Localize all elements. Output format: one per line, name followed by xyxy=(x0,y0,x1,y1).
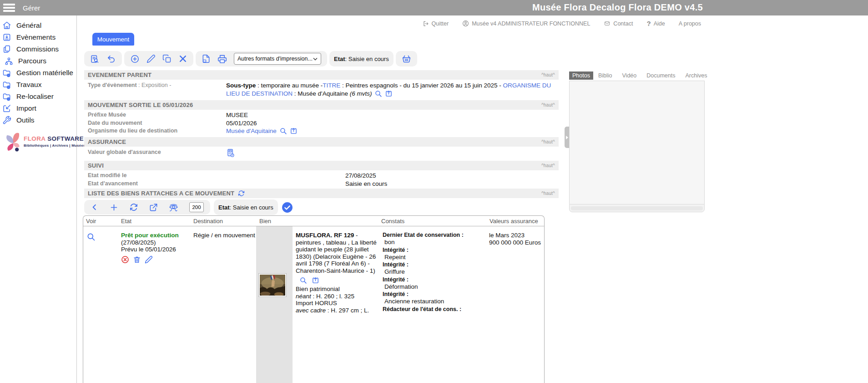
check-circle-icon[interactable] xyxy=(282,202,293,213)
field-row-valeur-assurance: Valeur globale d'assurance xyxy=(84,148,559,158)
evenement-type-row: Type d'évènement : Exposition - Sous-typ… xyxy=(84,82,559,97)
undo-icon[interactable] xyxy=(106,54,116,64)
aide-link[interactable]: ? Aide xyxy=(646,20,665,27)
contact-link[interactable]: Contact xyxy=(604,20,633,27)
constats-cell: Dernier Etat de conservation : bon Intég… xyxy=(378,226,488,383)
flora-butterfly-icon xyxy=(3,129,23,153)
print-format-select[interactable]: Autres formats d'impression... xyxy=(234,53,321,65)
home-icon xyxy=(2,21,11,30)
tab-biblio[interactable]: Biblio xyxy=(593,71,617,80)
bien-image-column xyxy=(256,226,293,383)
hamburger-icon[interactable] xyxy=(3,2,15,13)
search-icon[interactable] xyxy=(374,90,382,97)
haut-link[interactable]: ^haut^ xyxy=(541,139,555,144)
panel-hscrollbar[interactable] xyxy=(569,204,705,212)
refresh-icon[interactable] xyxy=(238,190,245,197)
main-content: Mouvement Autres formats d'impression...… xyxy=(84,15,559,383)
basket-icon[interactable] xyxy=(402,54,411,64)
search-icon[interactable] xyxy=(299,276,307,284)
status-date: (27/08/2025) xyxy=(121,239,191,246)
destination-cell: Régie / en mouvement xyxy=(191,226,256,383)
sidebar-item-commissions[interactable]: Commissions xyxy=(0,43,76,55)
edit-icon[interactable] xyxy=(146,54,156,63)
section-assurance: ASSURANCE ^haut^ xyxy=(84,137,559,147)
tab-video[interactable]: Vidéo xyxy=(617,71,642,80)
import-icon xyxy=(2,104,11,113)
open-record-icon[interactable] xyxy=(385,90,393,97)
titre-link[interactable]: TITRE xyxy=(323,82,340,89)
apropos-link[interactable]: A propos xyxy=(679,20,701,27)
wrench-icon xyxy=(2,116,11,125)
brand-name: FLORA SOFTWARE xyxy=(24,135,86,142)
question-icon: ? xyxy=(646,20,651,27)
external-link-icon[interactable] xyxy=(149,203,158,212)
chevron-left-icon[interactable] xyxy=(91,203,99,211)
sidebar-item-general[interactable]: Général xyxy=(0,20,76,31)
media-tabs: Photos Biblio Vidéo Documents Archives xyxy=(569,71,705,80)
print-format-value: Autres formats d'impression... xyxy=(237,56,313,62)
media-panel: Photos Biblio Vidéo Documents Archives xyxy=(569,71,705,212)
flora-software-logo: FLORA SOFTWARE Bibliothèques | Archives … xyxy=(3,129,76,153)
open-record-icon[interactable] xyxy=(290,127,298,135)
view-search-icon[interactable] xyxy=(86,232,119,241)
open-record-icon[interactable] xyxy=(312,276,319,284)
section-evenement-parent: EVENEMENT PARENT ^haut^ xyxy=(84,70,559,80)
media-panel-body xyxy=(569,81,705,204)
list-toolbar: Etat : Saisie en cours xyxy=(84,200,559,214)
field-row-etat-avancement: Etat d'avancement Saisie en cours xyxy=(84,180,559,188)
export-page-icon[interactable] xyxy=(202,54,211,63)
mail-icon xyxy=(604,20,611,26)
eye-horus-icon[interactable] xyxy=(169,203,178,212)
delete-x-icon[interactable] xyxy=(178,54,187,63)
sidebar-item-parcours[interactable]: Parcours xyxy=(0,55,76,67)
add-icon[interactable] xyxy=(130,54,140,64)
chevron-down-icon xyxy=(313,57,318,61)
bien-cell: MUSFLORA. RF 129 - peintures , tableau ,… xyxy=(256,226,378,383)
musee-aquitaine-link[interactable]: Musée d'Aquitaine xyxy=(226,128,277,134)
pencil-icon[interactable] xyxy=(145,255,153,264)
recycle-icon[interactable] xyxy=(129,203,138,212)
sidebar-item-relocaliser[interactable]: Re-localiser xyxy=(0,91,76,102)
app-title: Musée Flora Decalog Flora DEMO v4.5 xyxy=(532,2,703,13)
trash-icon[interactable] xyxy=(133,255,141,264)
folder-globe-icon xyxy=(2,92,11,101)
bien-dim1: néant : H. 260 ; l. 325 xyxy=(296,293,378,300)
circle-x-icon[interactable] xyxy=(121,255,129,264)
copy-pages-icon xyxy=(2,45,11,54)
sidebar-item-travaux[interactable]: Travaux xyxy=(0,79,76,91)
artwork-thumbnail[interactable] xyxy=(258,273,287,297)
bien-type: Bien patrimonial xyxy=(296,286,378,293)
printer-icon[interactable] xyxy=(217,54,227,64)
search-icon[interactable] xyxy=(279,127,287,135)
bien-description: MUSFLORA. RF 129 - peintures , tableau ,… xyxy=(293,226,378,383)
folder-globe-icon xyxy=(2,68,11,77)
copy-icon[interactable] xyxy=(162,54,172,63)
top-bar: Gérer Musée Flora Decalog Flora DEMO v4.… xyxy=(0,0,868,15)
result-count-input[interactable] xyxy=(189,202,204,212)
panel-collapse-handle[interactable] xyxy=(565,127,569,148)
tray-download-icon xyxy=(2,33,11,42)
haut-link[interactable]: ^haut^ xyxy=(541,191,555,196)
table-row: Prêt pour exécution (27/08/2025) Prévu l… xyxy=(83,226,544,383)
folder-globe-icon xyxy=(2,80,11,89)
field-row-etat-modifie: Etat modifié le 27/08/2025 xyxy=(84,172,559,180)
status-badge: Prêt pour exécution xyxy=(121,232,191,239)
list-search-icon[interactable] xyxy=(90,54,100,64)
bien-import: Import HORUS xyxy=(296,300,378,307)
haut-link[interactable]: ^haut^ xyxy=(541,102,555,107)
calculator-icon[interactable] xyxy=(226,148,235,157)
sidebar: Général Evènements Commissions Parcours … xyxy=(0,15,77,383)
sidebar-item-gestion-materielle[interactable]: Gestion matérielle xyxy=(0,67,76,79)
haut-link[interactable]: ^haut^ xyxy=(541,72,555,77)
tab-archives[interactable]: Archives xyxy=(680,71,712,80)
sidebar-item-outils[interactable]: Outils xyxy=(0,114,76,126)
sidebar-item-evenements[interactable]: Evènements xyxy=(0,31,76,43)
tab-documents[interactable]: Documents xyxy=(641,71,680,80)
haut-link[interactable]: ^haut^ xyxy=(541,163,555,168)
menu-gerer[interactable]: Gérer xyxy=(23,4,40,12)
plus-icon[interactable] xyxy=(110,203,118,212)
tab-photos[interactable]: Photos xyxy=(569,71,593,80)
tab-mouvement[interactable]: Mouvement xyxy=(92,33,134,46)
section-liste-biens: LISTE DES BIENS RATTACHES A CE MOUVEMENT… xyxy=(84,189,559,198)
sidebar-item-import[interactable]: Import xyxy=(0,102,76,114)
